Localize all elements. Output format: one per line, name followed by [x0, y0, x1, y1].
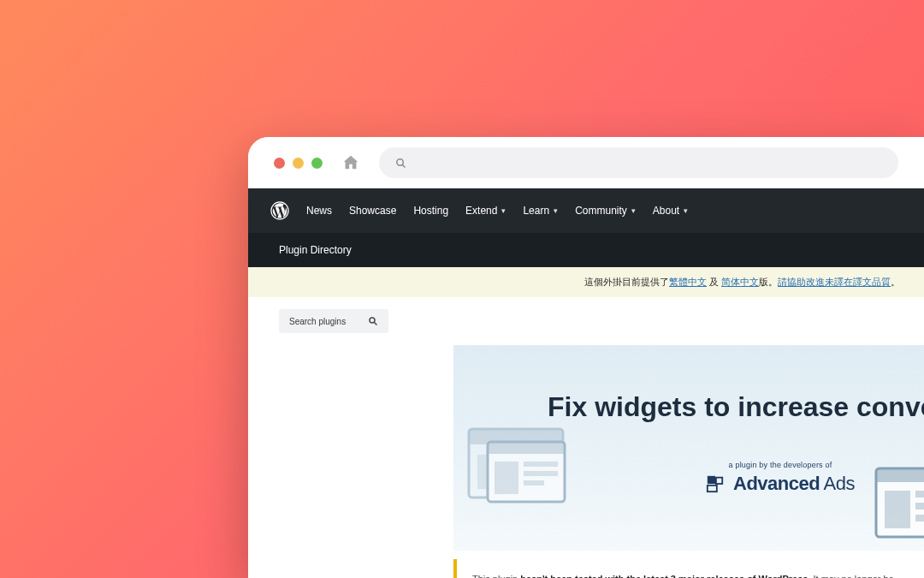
- window-close-button[interactable]: [274, 158, 285, 169]
- svg-rect-19: [708, 486, 717, 492]
- search-row: Search plugins: [248, 297, 924, 345]
- advanced-ads-mark-icon: [706, 474, 725, 493]
- browser-chrome: [248, 137, 924, 188]
- window-maximize-button[interactable]: [311, 158, 323, 169]
- svg-line-1: [402, 164, 405, 167]
- wp-sub-nav: Plugin Directory: [248, 233, 924, 267]
- wordpress-logo-icon: [270, 201, 289, 220]
- nav-showcase[interactable]: Showcase: [349, 205, 396, 217]
- hero-title: Fix widgets to increase conversion: [548, 391, 924, 423]
- hero-brand-subtitle: a plugin by the developers of: [729, 461, 832, 469]
- nav-learn[interactable]: Learn▾: [523, 205, 558, 217]
- chevron-down-icon: ▾: [554, 206, 558, 215]
- nav-community[interactable]: Community▾: [575, 205, 636, 217]
- home-button[interactable]: [341, 153, 360, 172]
- wordpress-logo[interactable]: [270, 201, 289, 220]
- home-icon: [341, 153, 360, 172]
- locale-notice: 這個外掛目前提供了繁體中文及简体中文版。請協助改進未譯在譯文品質。: [248, 267, 924, 297]
- compatibility-warning: This plugin hasn't been tested with the …: [453, 559, 924, 578]
- hero-brand: a plugin by the developers of Advanced A…: [706, 461, 855, 495]
- svg-rect-24: [915, 503, 924, 509]
- subnav-title[interactable]: Plugin Directory: [279, 244, 352, 256]
- nav-hosting[interactable]: Hosting: [413, 205, 448, 217]
- page-content: News Showcase Hosting Extend▾ Learn▾ Com…: [248, 188, 924, 578]
- svg-line-4: [375, 323, 377, 325]
- browser-mockup-icon: [462, 412, 573, 523]
- svg-rect-21: [876, 468, 924, 482]
- locale-help-link[interactable]: 請協助改進未譯在譯文品質: [778, 277, 891, 287]
- nav-extend[interactable]: Extend▾: [465, 205, 506, 217]
- svg-rect-25: [915, 515, 924, 521]
- search-icon: [394, 157, 407, 170]
- svg-rect-15: [524, 471, 558, 476]
- chevron-down-icon: ▾: [631, 206, 636, 215]
- svg-rect-22: [885, 491, 910, 528]
- advanced-ads-logo: Advanced Ads: [706, 473, 855, 495]
- chevron-down-icon: ▾: [684, 206, 688, 215]
- locale-link-zhhans[interactable]: 简体中文: [721, 277, 759, 287]
- svg-rect-17: [708, 476, 715, 484]
- svg-point-3: [370, 318, 375, 323]
- svg-rect-14: [524, 462, 558, 467]
- browser-mockup-icon: [873, 465, 924, 542]
- wp-top-nav: News Showcase Hosting Extend▾ Learn▾ Com…: [248, 188, 924, 233]
- traffic-lights: [274, 158, 323, 169]
- svg-rect-23: [915, 491, 924, 498]
- svg-point-0: [397, 158, 404, 165]
- svg-rect-18: [716, 478, 722, 484]
- svg-rect-12: [488, 442, 565, 454]
- url-bar[interactable]: [379, 147, 898, 178]
- nav-about[interactable]: About▾: [653, 205, 688, 217]
- browser-window: News Showcase Hosting Extend▾ Learn▾ Com…: [248, 137, 924, 578]
- locale-link-zhhant[interactable]: 繁體中文: [669, 277, 707, 287]
- svg-rect-13: [495, 462, 518, 494]
- chevron-down-icon: ▾: [501, 206, 506, 215]
- search-icon: [368, 316, 378, 326]
- svg-rect-16: [524, 480, 544, 486]
- plugin-search-input[interactable]: Search plugins: [279, 309, 388, 333]
- plugin-hero-banner: Fix widgets to increase conversion a plu…: [453, 345, 924, 551]
- window-minimize-button[interactable]: [293, 158, 304, 169]
- nav-news[interactable]: News: [306, 205, 332, 217]
